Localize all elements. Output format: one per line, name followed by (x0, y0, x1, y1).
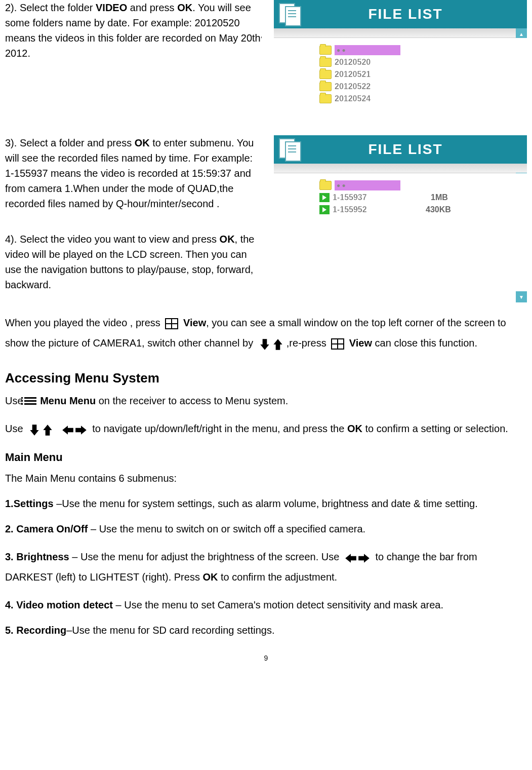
bold: OK (220, 234, 235, 245)
left-right-icon (344, 551, 371, 564)
bold: 2. Camera On/Off (5, 523, 88, 534)
parent-dots: ● ● (337, 181, 346, 190)
bold: OK (135, 137, 150, 148)
text: – Use the menu to set Camera's motion de… (113, 599, 443, 610)
play-icon (319, 193, 330, 202)
text: –Use the menu for system settings, such … (56, 498, 478, 509)
step2-text: 2). Select the folder VIDEO and press OK… (5, 0, 264, 125)
file-label: 1-155937 (333, 191, 367, 204)
bold: Menu Menu (40, 395, 96, 406)
parent-dots: ● ● (337, 46, 346, 55)
text: – Use the menu for adjust the brightness… (69, 551, 342, 562)
text: on the receiver to access to Menu system… (96, 395, 288, 406)
folder-icon (319, 181, 332, 190)
subbar (274, 164, 527, 173)
text: to navigate up/down/left/right in the me… (92, 423, 347, 434)
menu-item-3: 3. Brightness – Use the menu for adjust … (5, 547, 527, 587)
text: can close this function. (372, 337, 477, 349)
menu-icon (24, 397, 36, 406)
list-item[interactable]: ● ● (319, 179, 527, 191)
menu-access-line: Use Menu Menu on the receiver to access … (5, 393, 527, 408)
folder-icon (319, 46, 332, 55)
scroll-down-icon[interactable]: ▼ (516, 291, 527, 302)
bold: 1.Settings (5, 498, 56, 509)
list-item[interactable]: 20120522 (319, 81, 527, 93)
pages-icon (279, 3, 304, 25)
file-size: 1MB (431, 191, 448, 204)
text: When you played the video , press (5, 317, 163, 328)
bold: 5. Recording (5, 625, 66, 636)
play-icon (319, 205, 330, 214)
main-menu-intro: The Main Menu contains 6 submenus: (5, 471, 527, 486)
view-paragraph: When you played the video , press View, … (5, 313, 527, 353)
file-list-body: ● ● 1-155937 1MB 1-155952 430KB (274, 173, 527, 301)
file-list-body: ● ● 20120520 20120521 20120522 20120524 (274, 38, 527, 125)
list-item[interactable]: 1-155952 430KB (319, 204, 527, 216)
list-item[interactable]: 20120521 (319, 68, 527, 81)
folder-label: 20120520 (335, 56, 371, 68)
text: 2). Select the folder (5, 2, 96, 13)
folder-icon (319, 94, 332, 103)
text: 2012. (5, 48, 30, 59)
text: Use (5, 423, 26, 434)
bold: OK (177, 2, 192, 13)
bold: View (349, 337, 372, 349)
selected-row: ● ● (335, 180, 400, 190)
text: 3). Select a folder and press (5, 137, 135, 148)
left-column: 3). Select a folder and press OK to ente… (5, 135, 264, 302)
bold: OK (202, 571, 218, 583)
text: – Use the menu to switch on or switch of… (88, 523, 365, 534)
down-up-icon (28, 423, 54, 436)
text: 4). Select the video you want to view an… (5, 234, 220, 245)
file-list-panel-files: FILE LIST ▲ ● ● 1-155937 1MB 1-155952 43… (274, 135, 527, 302)
file-list-title: FILE LIST (304, 4, 507, 25)
left-right-icon (61, 423, 88, 436)
list-item[interactable]: ● ● (319, 44, 527, 56)
bold: 4. Video motion detect (5, 599, 113, 610)
folder-icon (319, 82, 332, 91)
heading-main-menu: Main Menu (5, 449, 527, 466)
sup: , (261, 32, 262, 39)
heading-accessing-menu: Accessing Menu System (5, 368, 527, 388)
bold: OK (347, 423, 362, 434)
bold: 3. Brightness (5, 551, 69, 562)
list-item[interactable]: 20120524 (319, 93, 527, 105)
folder-icon (319, 58, 332, 67)
folder-label: 20120522 (335, 81, 371, 93)
down-up-icon (258, 337, 284, 351)
text: to confirm the adjustment. (218, 571, 337, 583)
menu-item-2: 2. Camera On/Off – Use the menu to switc… (5, 521, 527, 536)
file-label: 1-155952 (333, 204, 367, 216)
text: –Use the menu for SD card recording sett… (66, 625, 274, 636)
file-list-header: FILE LIST (274, 0, 527, 28)
step3-text: 3). Select a folder and press OK to ente… (5, 135, 264, 211)
text: Use (5, 395, 23, 406)
file-size: 430KB (426, 204, 451, 216)
file-list-title: FILE LIST (304, 139, 507, 160)
text: and press (127, 2, 177, 13)
page-number: 9 (5, 653, 527, 664)
file-list-panel-folders: FILE LIST ▲ ● ● 20120520 20120521 201205… (274, 0, 527, 125)
menu-item-5: 5. Recording–Use the menu for SD card re… (5, 623, 527, 638)
text: ,re-press (287, 337, 329, 349)
file-list-header: FILE LIST (274, 135, 527, 164)
folder-label: 20120524 (335, 93, 371, 105)
step4-text: 4). Select the video you want to view an… (5, 232, 264, 292)
folder-icon (319, 70, 332, 79)
text: to confirm a setting or selection. (362, 423, 508, 434)
list-item[interactable]: 20120520 (319, 56, 527, 68)
selected-row: ● ● (335, 45, 400, 55)
menu-item-4: 4. Video motion detect – Use the menu to… (5, 597, 527, 612)
view-grid-icon (331, 338, 344, 350)
nav-line: Use to navigate up/down/left/right in th… (5, 418, 527, 439)
list-item[interactable]: 1-155937 1MB (319, 191, 527, 204)
bold: View (183, 317, 206, 328)
view-grid-icon (165, 318, 178, 329)
pages-icon (279, 138, 304, 161)
subbar (274, 28, 527, 38)
bold: VIDEO (96, 2, 127, 13)
menu-item-1: 1.Settings –Use the menu for system sett… (5, 496, 527, 511)
folder-label: 20120521 (335, 68, 371, 81)
